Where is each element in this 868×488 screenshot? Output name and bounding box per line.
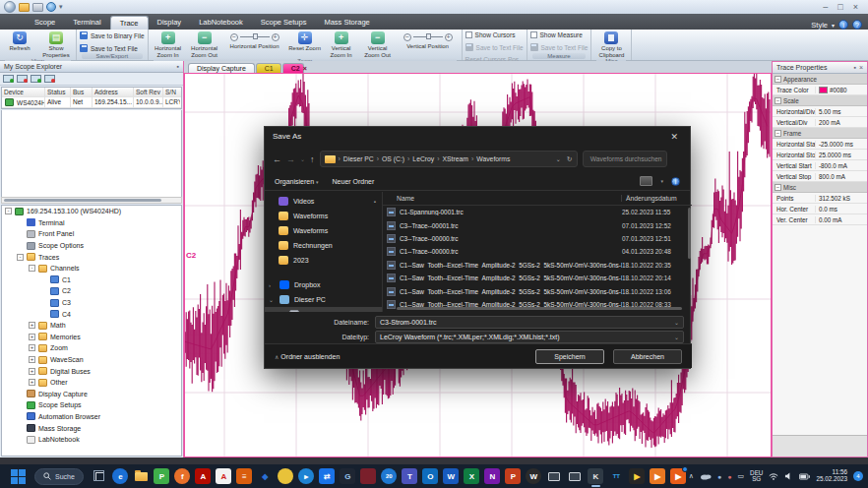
column-soft-rev[interactable]: Soft Rev bbox=[134, 88, 163, 96]
column-address[interactable]: Address bbox=[93, 88, 134, 96]
taskbar-player-orange[interactable]: ▶ bbox=[648, 464, 668, 488]
minus-icon[interactable]: − bbox=[230, 33, 238, 41]
collapse-icon[interactable]: − bbox=[775, 97, 781, 104]
column-name[interactable]: Name bbox=[397, 195, 621, 202]
vertical-position-slider[interactable]: − + Vertical Position bbox=[398, 30, 459, 49]
prop-vertical-stop[interactable]: Vertical Stop800.0 mA bbox=[773, 171, 867, 182]
nav-os-c[interactable]: ›OS (C:) bbox=[265, 307, 382, 312]
horizontal-zoom-in-button[interactable]: + Horizontal Zoom In bbox=[152, 30, 185, 58]
minus-icon[interactable]: − bbox=[403, 33, 411, 41]
address-chevron-icon[interactable]: ⌄ bbox=[556, 155, 561, 163]
nav-rechnungen[interactable]: Rechnungen bbox=[265, 238, 382, 253]
tree-item-169-254-153-100-ws4024hd[interactable]: -169.254.153.100 (WS4024HD) bbox=[2, 206, 181, 217]
save-text-button[interactable]: Save to Text File bbox=[80, 43, 138, 53]
expand-icon[interactable]: + bbox=[29, 334, 35, 340]
prop-trace-color[interactable]: Trace Color#0080 bbox=[773, 85, 867, 95]
open-file-icon[interactable] bbox=[19, 3, 30, 12]
tree-item-math[interactable]: +Math bbox=[2, 320, 181, 332]
taskbar-app-orange-badge[interactable]: ▶ bbox=[668, 464, 689, 488]
reset-zoom-button[interactable]: ✛ Reset Zoom bbox=[288, 30, 322, 52]
nav-dropbox[interactable]: ›Dropbox bbox=[265, 277, 382, 292]
tree-item-display-capture[interactable]: Display Capture bbox=[2, 389, 181, 400]
horizontal-scrollbar[interactable] bbox=[397, 307, 682, 310]
file-row[interactable]: C3--Trace--00000.trc07.01.2023 12:51 bbox=[383, 232, 692, 245]
help-icon[interactable]: ? bbox=[852, 20, 862, 30]
show-properties-button[interactable]: ▤ Show Properties bbox=[39, 30, 73, 58]
taskbar-outlook[interactable]: O bbox=[420, 464, 441, 488]
expand-icon[interactable]: + bbox=[29, 322, 35, 329]
maximize-button[interactable]: □ bbox=[837, 2, 842, 12]
disconnect-device-icon[interactable] bbox=[44, 75, 55, 83]
section-appearance[interactable]: −Appearance bbox=[773, 74, 867, 85]
prop-points[interactable]: Points312.502 kS bbox=[773, 193, 867, 204]
taskbar-task-view[interactable] bbox=[90, 464, 110, 488]
filename-input[interactable]: C3-Strom-0001.trc ⌄ bbox=[375, 316, 684, 329]
collapse-icon[interactable]: - bbox=[17, 254, 24, 261]
tree-item-scope-options[interactable]: Scope Options bbox=[2, 240, 181, 252]
taskbar-excel[interactable]: X bbox=[462, 464, 482, 488]
plus-icon[interactable]: + bbox=[445, 33, 453, 41]
expand-icon[interactable]: + bbox=[29, 368, 35, 375]
copy-to-clipboard-button[interactable]: Copy to Clipboard bbox=[594, 30, 628, 58]
hide-folders-button[interactable]: ∧ Ordner ausblenden bbox=[275, 353, 340, 360]
doc-tab-c2[interactable]: C2× bbox=[282, 63, 304, 73]
show-cursors-checkbox[interactable]: Show Cursors bbox=[465, 30, 516, 39]
taskbar-onenote[interactable]: N bbox=[482, 464, 503, 488]
prop-horizontal-stop[interactable]: Horizontal Stop25.0000 ms bbox=[773, 150, 867, 160]
device-table-header[interactable]: DeviceStatusBusAddressSoft RevS/N bbox=[2, 88, 181, 97]
taskbar-app-w-circle[interactable]: W bbox=[524, 464, 544, 488]
refresh-icon[interactable]: ↻ bbox=[567, 155, 573, 163]
view-mode-icon[interactable] bbox=[640, 176, 652, 186]
tree-item-c3[interactable]: C3 bbox=[2, 297, 181, 309]
tree-item-c1[interactable]: C1 bbox=[2, 274, 181, 286]
organize-menu[interactable]: Organisieren ▾ bbox=[275, 178, 319, 185]
nav-waveforms[interactable]: Waveforms bbox=[265, 209, 382, 223]
pin-icon[interactable]: ▪ bbox=[177, 63, 179, 70]
tree-item-scope-setups[interactable]: Scope Setups bbox=[2, 399, 181, 411]
taskbar-word[interactable]: W bbox=[441, 464, 462, 488]
collapse-icon[interactable]: − bbox=[775, 76, 781, 83]
nav-videos[interactable]: Videos▪ bbox=[265, 194, 382, 209]
ribbon-tab-terminal[interactable]: Terminal bbox=[64, 16, 109, 30]
prop-horizontal-div[interactable]: Horizontal/Div5.00 ms bbox=[773, 106, 867, 117]
column-date[interactable]: Änderungsdatum bbox=[621, 195, 684, 202]
nav-waveforms[interactable]: Waveforms bbox=[265, 223, 382, 238]
wifi-icon[interactable] bbox=[769, 472, 778, 480]
volume-icon[interactable] bbox=[784, 472, 793, 480]
save-button[interactable]: Speichern bbox=[535, 349, 604, 364]
vertical-scrollbar[interactable] bbox=[688, 208, 691, 259]
taskbar-badge-20-app[interactable]: 20 bbox=[379, 464, 400, 488]
taskbar-remote-desktop-2[interactable] bbox=[565, 464, 586, 488]
expand-icon[interactable]: + bbox=[29, 379, 35, 386]
taskbar-file-explorer[interactable] bbox=[131, 464, 152, 488]
collapse-icon[interactable]: - bbox=[29, 265, 35, 272]
tree-item-labnotebook[interactable]: LabNotebook bbox=[2, 434, 181, 446]
breadcrumb-waveforms[interactable]: Waveforms bbox=[476, 155, 510, 162]
dialog-close-button[interactable]: ✕ bbox=[666, 132, 682, 142]
language-indicator[interactable]: DEUSG bbox=[750, 470, 763, 483]
prop-horizontal-start[interactable]: Horizontal Start-25.0000 ms bbox=[773, 139, 867, 150]
column-s-n[interactable]: S/N bbox=[163, 88, 180, 96]
collapse-icon[interactable]: − bbox=[775, 130, 781, 137]
section-frame[interactable]: −Frame bbox=[773, 128, 867, 139]
vertical-zoom-out-button[interactable]: − Vertical Zoom Out bbox=[361, 30, 395, 58]
tree-item-front-panel[interactable]: Front Panel bbox=[2, 228, 181, 240]
plus-icon[interactable]: + bbox=[272, 33, 279, 41]
up-icon[interactable]: ↑ bbox=[310, 154, 315, 164]
clock[interactable]: 11:5625.02.2023 bbox=[816, 469, 847, 483]
forward-icon[interactable]: → bbox=[286, 154, 295, 164]
section-misc[interactable]: −Misc bbox=[773, 182, 867, 193]
tree-item-other[interactable]: +Other bbox=[2, 377, 181, 389]
file-row[interactable]: C3--Trace--00001.trc07.01.2023 12:52 bbox=[383, 218, 692, 231]
ribbon-tab-mass-storage[interactable]: Mass Storage bbox=[315, 16, 378, 30]
ribbon-tab-scope-setups[interactable]: Scope Setups bbox=[252, 16, 316, 30]
breadcrumb-os-c[interactable]: OS (C:) bbox=[382, 155, 404, 162]
address-bar[interactable]: ›Dieser PC›OS (C:)›LeCroy›XStream›Wavefo… bbox=[320, 151, 578, 167]
column-status[interactable]: Status bbox=[45, 88, 71, 96]
touch-keyboard-icon[interactable]: ▭ bbox=[737, 472, 744, 480]
quick-access-chevron-icon[interactable]: ▾ bbox=[59, 3, 63, 11]
section-scale[interactable]: −Scale bbox=[773, 95, 867, 106]
tray-app-icon-2[interactable]: ● bbox=[727, 473, 731, 480]
prop-ver-center[interactable]: Ver. Center0.00 mA bbox=[773, 214, 867, 225]
onedrive-icon[interactable] bbox=[700, 472, 712, 480]
